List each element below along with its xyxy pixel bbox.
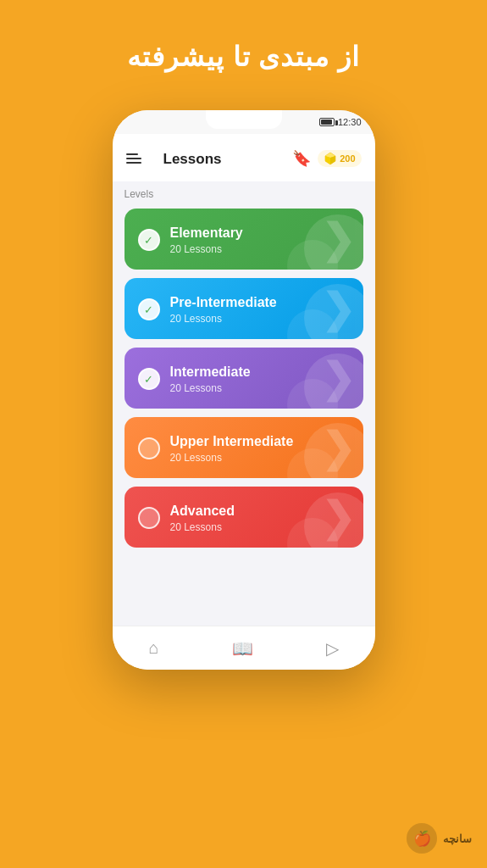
svg-text:🍎: 🍎 bbox=[413, 830, 432, 848]
levels-label: Levels bbox=[125, 188, 363, 200]
check-circle-pre-intermediate: ✓ bbox=[138, 298, 160, 320]
card-text-upper-intermediate: Upper Intermediate20 Lessons bbox=[170, 434, 294, 464]
level-card-upper-intermediate[interactable]: Upper Intermediate20 Lessons❯ bbox=[125, 417, 363, 478]
nav-item-home[interactable]: ⌂ bbox=[140, 635, 167, 661]
card-sub-pre-intermediate: 20 Lessons bbox=[170, 313, 277, 325]
watermark: 🍎 سانچه bbox=[406, 822, 472, 854]
nav-item-lessons[interactable]: 📖 bbox=[224, 635, 262, 662]
card-title-advanced: Advanced bbox=[170, 504, 235, 519]
gem-badge[interactable]: 200 bbox=[318, 150, 361, 167]
gem-icon bbox=[324, 152, 337, 165]
status-time: 12:30 bbox=[338, 117, 362, 127]
header-icons: 🔖 200 bbox=[292, 149, 361, 168]
menu-icon[interactable] bbox=[126, 153, 141, 164]
card-text-advanced: Advanced20 Lessons bbox=[170, 504, 235, 533]
watermark-text: سانچه bbox=[443, 832, 472, 845]
card-deco-intermediate: ❯ bbox=[321, 354, 355, 402]
card-text-pre-intermediate: Pre-Intermediate20 Lessons bbox=[170, 295, 277, 325]
card-sub-intermediate: 20 Lessons bbox=[170, 382, 251, 394]
check-circle-intermediate: ✓ bbox=[138, 368, 160, 390]
card-deco-advanced: ❯ bbox=[321, 493, 355, 541]
card-text-elementary: Elementary20 Lessons bbox=[170, 225, 243, 255]
bookmark-icon[interactable]: 🔖 bbox=[292, 149, 311, 168]
card-sub-advanced: 20 Lessons bbox=[170, 521, 235, 533]
card-title-upper-intermediate: Upper Intermediate bbox=[170, 434, 294, 449]
card-text-intermediate: Intermediate20 Lessons bbox=[170, 364, 251, 394]
battery-icon bbox=[319, 118, 335, 126]
home-icon: ⌂ bbox=[148, 638, 158, 658]
level-card-elementary[interactable]: ✓Elementary20 Lessons❯ bbox=[125, 209, 363, 270]
card-sub-elementary: 20 Lessons bbox=[170, 243, 243, 255]
notch bbox=[206, 110, 282, 129]
phone-shell: 12:30 Lessons 🔖 200 bbox=[113, 110, 375, 670]
bottom-nav: ⌂ 📖 ▷ bbox=[113, 626, 375, 670]
app-header: Lessons 🔖 200 bbox=[113, 134, 375, 181]
level-card-intermediate[interactable]: ✓Intermediate20 Lessons❯ bbox=[125, 348, 363, 409]
card-title-intermediate: Intermediate bbox=[170, 364, 251, 380]
card-title-elementary: Elementary bbox=[170, 225, 243, 241]
book-icon: 📖 bbox=[232, 638, 253, 659]
card-title-pre-intermediate: Pre-Intermediate bbox=[170, 295, 277, 310]
cards-container: ✓Elementary20 Lessons❯✓Pre-Intermediate2… bbox=[125, 209, 363, 548]
play-icon: ▷ bbox=[326, 638, 339, 659]
check-circle-elementary: ✓ bbox=[138, 229, 160, 251]
card-sub-upper-intermediate: 20 Lessons bbox=[170, 452, 294, 464]
watermark-logo: 🍎 bbox=[406, 822, 438, 854]
card-deco-pre-intermediate: ❯ bbox=[321, 285, 355, 332]
nav-item-play[interactable]: ▷ bbox=[318, 635, 347, 662]
check-circle-advanced bbox=[138, 507, 160, 529]
phone-wrapper: 12:30 Lessons 🔖 200 bbox=[113, 110, 375, 670]
check-circle-upper-intermediate bbox=[138, 437, 160, 459]
level-card-advanced[interactable]: Advanced20 Lessons❯ bbox=[125, 487, 363, 548]
card-deco-elementary: ❯ bbox=[321, 215, 355, 263]
level-card-pre-intermediate[interactable]: ✓Pre-Intermediate20 Lessons❯ bbox=[125, 278, 363, 339]
page-title: از مبتدی تا پیشرفته bbox=[0, 0, 487, 73]
gem-count: 200 bbox=[340, 153, 355, 164]
card-deco-upper-intermediate: ❯ bbox=[321, 424, 355, 471]
app-content: Levels ✓Elementary20 Lessons❯✓Pre-Interm… bbox=[113, 181, 375, 634]
header-title: Lessons bbox=[150, 142, 293, 175]
